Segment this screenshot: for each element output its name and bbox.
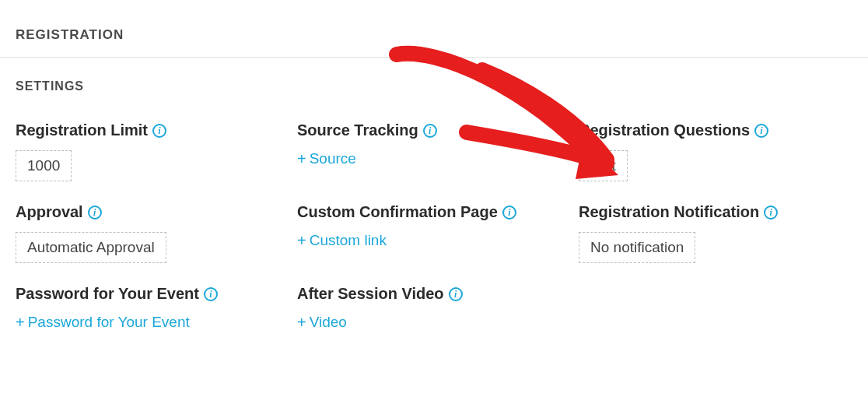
- add-video-button[interactable]: + Video: [297, 314, 347, 331]
- notification-select[interactable]: No notification: [579, 232, 695, 263]
- add-source-text: Source: [310, 150, 356, 167]
- approval-select[interactable]: Automatic Approval: [16, 232, 166, 263]
- plus-icon: +: [16, 314, 25, 330]
- plus-icon: +: [297, 233, 306, 248]
- registration-notification-label: Registration Notification: [579, 203, 759, 221]
- registration-questions-field: Registration Questions i Edit: [579, 121, 852, 181]
- plus-icon: +: [297, 151, 306, 167]
- add-video-text: Video: [310, 314, 347, 331]
- source-tracking-label: Source Tracking: [297, 121, 418, 139]
- empty-cell: [579, 285, 852, 331]
- info-icon[interactable]: i: [449, 287, 463, 301]
- after-session-video-label: After Session Video: [297, 285, 444, 303]
- approval-label: Approval: [16, 203, 83, 221]
- add-password-text: Password for Your Event: [28, 314, 190, 331]
- approval-field: Approval i Automatic Approval: [16, 203, 289, 263]
- info-icon[interactable]: i: [764, 206, 778, 220]
- custom-confirmation-field: Custom Confirmation Page i + Custom link: [297, 203, 571, 263]
- source-tracking-field: Source Tracking i + Source: [297, 121, 571, 181]
- registration-notification-field: Registration Notification i No notificat…: [579, 203, 852, 263]
- registration-limit-input[interactable]: 1000: [16, 150, 72, 181]
- after-session-video-field: After Session Video i + Video: [297, 285, 571, 331]
- registration-limit-field: Registration Limit i 1000: [16, 121, 289, 181]
- event-password-label: Password for Your Event: [16, 285, 199, 303]
- add-custom-link-button[interactable]: + Custom link: [297, 232, 387, 249]
- event-password-field: Password for Your Event i + Password for…: [16, 285, 289, 331]
- add-custom-link-text: Custom link: [310, 232, 387, 249]
- edit-questions-button[interactable]: Edit: [579, 150, 628, 181]
- custom-confirmation-label: Custom Confirmation Page: [297, 203, 498, 221]
- registration-limit-label: Registration Limit: [16, 121, 148, 139]
- info-icon[interactable]: i: [502, 206, 516, 220]
- info-icon[interactable]: i: [204, 287, 218, 301]
- info-icon[interactable]: i: [423, 124, 437, 138]
- info-icon[interactable]: i: [754, 124, 768, 138]
- settings-grid: Registration Limit i 1000 Source Trackin…: [0, 100, 868, 331]
- plus-icon: +: [297, 314, 306, 330]
- registration-section-header: REGISTRATION: [0, 0, 868, 58]
- info-icon[interactable]: i: [152, 124, 166, 138]
- settings-sub-header: SETTINGS: [0, 58, 868, 100]
- add-password-button[interactable]: + Password for Your Event: [16, 314, 190, 331]
- add-source-button[interactable]: + Source: [297, 150, 356, 167]
- registration-questions-label: Registration Questions: [579, 121, 750, 139]
- info-icon[interactable]: i: [88, 206, 102, 220]
